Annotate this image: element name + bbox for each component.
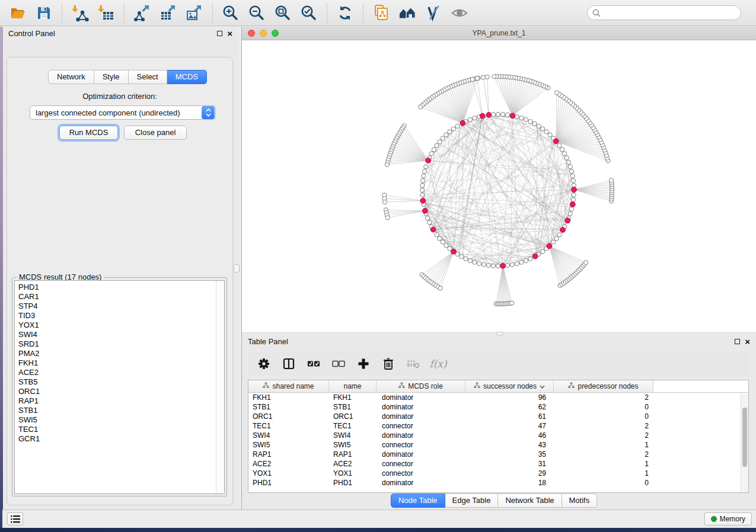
float-panel-icon[interactable] (217, 31, 222, 36)
table-row[interactable]: SWI4SWI4dominator462 (248, 431, 748, 440)
cell-name[interactable]: PHD1 (329, 479, 377, 487)
tab-node-table[interactable]: Node Table (391, 493, 445, 508)
table-settings-gear-icon[interactable] (257, 357, 270, 370)
mcds-list-scrollbar[interactable] (216, 281, 224, 493)
table-scrollbar-thumb[interactable] (742, 408, 747, 467)
cell-name[interactable]: FKH1 (329, 393, 377, 402)
hide-details-icon[interactable] (425, 4, 442, 22)
tab-network[interactable]: Network (48, 70, 94, 84)
float-panel-icon[interactable] (735, 339, 740, 344)
mcds-result-item[interactable]: SWI4 (15, 330, 224, 339)
cell-successor-nodes[interactable]: 62 (465, 403, 554, 411)
delete-column-trash-icon[interactable] (382, 357, 395, 370)
tab-network-table[interactable]: Network Table (498, 493, 562, 508)
zoom-out-icon[interactable] (248, 4, 266, 22)
houses-icon[interactable] (398, 4, 416, 22)
import-table-icon[interactable] (97, 4, 115, 22)
cell-MCDS-role[interactable]: dominator (377, 393, 465, 402)
cell-MCDS-role[interactable]: dominator (377, 412, 465, 421)
zoom-fit-icon[interactable] (274, 4, 292, 22)
cell-shared-name[interactable]: ORC1 (248, 412, 329, 421)
cell-shared-name[interactable]: FKH1 (248, 393, 329, 402)
tab-style[interactable]: Style (94, 70, 129, 84)
table-row[interactable]: TEC1TEC1connector472 (248, 421, 748, 431)
duplicate-network-icon[interactable] (372, 4, 390, 22)
cell-successor-nodes[interactable]: 35 (465, 450, 554, 459)
table-row[interactable]: SWI5SWI5connector431 (248, 440, 748, 450)
cell-successor-nodes[interactable]: 46 (465, 431, 554, 440)
mcds-result-item[interactable]: PMA2 (15, 349, 224, 358)
mcds-result-list[interactable]: PHD1CAR1STP4TID3YOX1SWI4SRD1PMA2FKH1ACE2… (14, 280, 225, 494)
cell-shared-name[interactable]: PHD1 (248, 479, 329, 487)
cell-successor-nodes[interactable]: 18 (465, 479, 554, 487)
cell-MCDS-role[interactable]: connector (377, 469, 465, 477)
table-row[interactable]: FKH1FKH1dominator962 (248, 393, 748, 402)
import-network-icon[interactable] (71, 4, 89, 22)
open-session-icon[interactable] (9, 4, 27, 22)
cell-predecessor-nodes[interactable]: 2 (554, 431, 653, 440)
zoom-selected-icon[interactable] (300, 4, 318, 22)
cell-successor-nodes[interactable]: 29 (465, 469, 554, 477)
mcds-result-item[interactable]: CAR1 (15, 292, 224, 302)
cell-name[interactable]: SWI5 (329, 441, 377, 449)
mcds-result-item[interactable]: ORC1 (15, 387, 224, 396)
divider-handle[interactable] (234, 264, 240, 273)
mcds-result-item[interactable]: YOX1 (15, 321, 224, 330)
tab-motifs[interactable]: Motifs (562, 493, 598, 508)
cell-name[interactable]: RAP1 (329, 450, 377, 459)
cell-predecessor-nodes[interactable]: 1 (554, 441, 653, 449)
table-row[interactable]: ORC1ORC1dominator610 (248, 412, 748, 421)
cell-name[interactable]: STB1 (329, 403, 377, 411)
cell-MCDS-role[interactable]: dominator (377, 450, 465, 459)
cell-MCDS-role[interactable]: dominator (377, 479, 465, 487)
cell-predecessor-nodes[interactable]: 1 (554, 469, 653, 477)
export-network-icon[interactable] (133, 4, 151, 22)
cell-MCDS-role[interactable]: connector (377, 460, 465, 468)
show-columns-icon[interactable] (282, 357, 295, 370)
memory-button[interactable]: Memory (704, 512, 752, 525)
cell-name[interactable]: ACE2 (329, 460, 377, 468)
cell-MCDS-role[interactable]: connector (377, 422, 465, 430)
add-column-icon[interactable] (357, 357, 370, 370)
cell-shared-name[interactable]: STB1 (248, 403, 329, 411)
column-header-shared-name[interactable]: shared name (248, 380, 329, 392)
cell-successor-nodes[interactable]: 96 (465, 393, 554, 402)
cell-predecessor-nodes[interactable]: 1 (554, 460, 653, 468)
cell-predecessor-nodes[interactable]: 2 (554, 450, 653, 459)
column-header-MCDS-role[interactable]: MCDS role (377, 380, 465, 392)
mcds-result-item[interactable]: PHD1 (15, 281, 224, 292)
cell-MCDS-role[interactable]: dominator (377, 431, 465, 440)
cell-MCDS-role[interactable]: dominator (377, 403, 465, 411)
mcds-result-item[interactable]: STB5 (15, 377, 224, 387)
cell-shared-name[interactable]: YOX1 (248, 469, 329, 477)
run-mcds-button[interactable]: Run MCDS (59, 126, 118, 140)
column-header-name[interactable]: name (329, 380, 377, 392)
eye-icon[interactable] (451, 4, 468, 22)
mcds-result-item[interactable]: RAP1 (15, 396, 224, 406)
close-panel-icon[interactable]: × (227, 31, 232, 37)
table-scrollbar[interactable] (741, 393, 748, 492)
table-row[interactable]: RAP1RAP1dominator352 (248, 450, 748, 459)
deselect-all-icon[interactable] (332, 357, 345, 370)
cell-predecessor-nodes[interactable]: 2 (554, 393, 653, 402)
network-canvas[interactable] (242, 40, 756, 332)
cell-shared-name[interactable]: SWI4 (248, 431, 329, 440)
task-history-button[interactable] (7, 512, 23, 525)
mcds-result-item[interactable]: FKH1 (15, 358, 224, 368)
mcds-result-item[interactable]: GCR1 (15, 434, 224, 444)
cell-shared-name[interactable]: TEC1 (248, 422, 329, 430)
cell-shared-name[interactable]: RAP1 (248, 450, 329, 459)
cell-shared-name[interactable]: SWI5 (248, 441, 329, 449)
cell-successor-nodes[interactable]: 47 (465, 422, 554, 430)
mcds-result-item[interactable]: ACE2 (15, 368, 224, 377)
export-image-icon[interactable] (186, 4, 203, 22)
cell-successor-nodes[interactable]: 61 (465, 412, 554, 421)
select-all-icon[interactable] (307, 357, 320, 370)
column-header-predecessor-nodes[interactable]: predecessor nodes (554, 380, 653, 392)
table-row[interactable]: PHD1PHD1dominator180 (248, 478, 748, 488)
tab-edge-table[interactable]: Edge Table (445, 493, 499, 508)
cell-predecessor-nodes[interactable]: 2 (554, 422, 653, 430)
cell-shared-name[interactable]: ACE2 (248, 460, 329, 468)
cell-successor-nodes[interactable]: 31 (465, 460, 554, 468)
mcds-result-item[interactable]: STP4 (15, 302, 224, 311)
